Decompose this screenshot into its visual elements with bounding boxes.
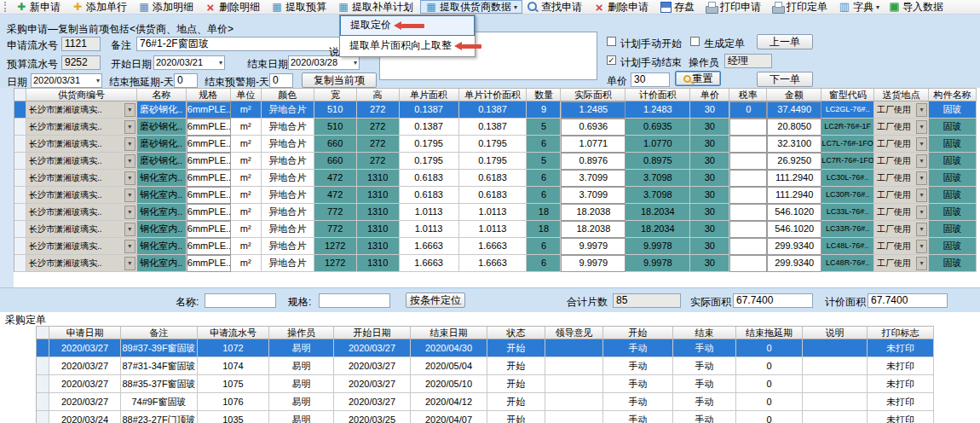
actual-area-cell[interactable]: 3.7099	[561, 187, 625, 204]
col-operator[interactable]: 操作员	[269, 327, 334, 339]
date-select[interactable]: 2020/03/31▾	[31, 73, 102, 88]
piece-area-cell[interactable]: 0.1795	[400, 136, 459, 153]
supplier-cell[interactable]: 长沙市潇湘玻璃实.. ▾	[26, 170, 137, 187]
col-print-flag[interactable]: 打印标志	[868, 327, 934, 339]
piece-price-area-cell[interactable]: 0.1387	[459, 119, 527, 136]
width-cell[interactable]: 472	[314, 187, 357, 204]
component-cell[interactable]: 固玻	[929, 221, 977, 238]
qty-cell[interactable]: 6	[527, 238, 561, 255]
window-code-cell[interactable]: LC30L-76#..	[821, 170, 874, 187]
table-row[interactable]: 长沙市潇湘玻璃实.. ▾ 磨砂钢化.. 6mmPLE.. m² 异地合片 510…	[14, 119, 977, 136]
manual-start-checkbox[interactable]	[607, 37, 616, 46]
unit-cell[interactable]: m²	[231, 204, 262, 221]
name-cell[interactable]: 磨砂钢化..	[137, 153, 187, 170]
unit-price-cell[interactable]: 30	[690, 101, 729, 119]
delivery-cell[interactable]: 工厂使用 ▾	[874, 238, 929, 255]
chevron-down-icon[interactable]: ▾	[916, 206, 927, 219]
col-piece-area[interactable]: 单片面积	[400, 89, 459, 101]
order-row[interactable]: 2020/03/27 89#37-39F窗固玻 1072 易明 2020/03/…	[37, 339, 934, 357]
component-cell[interactable]: 固玻	[929, 204, 977, 221]
operator-cell[interactable]: 易明	[269, 375, 334, 393]
qty-cell[interactable]: 6	[527, 136, 561, 153]
color-cell[interactable]: 异地合片	[262, 170, 314, 187]
tax-rate-cell[interactable]	[729, 255, 767, 272]
toolbar-button[interactable]: 打印定单	[768, 0, 834, 14]
window-code-cell[interactable]: LC33L-76#..	[821, 204, 874, 221]
name-filter-input[interactable]	[205, 293, 276, 308]
end-mode-cell[interactable]: 手动	[673, 339, 736, 357]
start-mode-cell[interactable]: 手动	[603, 393, 673, 411]
piece-price-area-cell[interactable]: 0.6183	[459, 187, 527, 204]
chevron-down-icon[interactable]: ▾	[124, 171, 135, 185]
supplier-cell[interactable]: 长沙市潇湘玻璃实.. ▾	[26, 153, 137, 170]
end-delay-cell[interactable]: 0	[736, 357, 803, 375]
actual-area-cell[interactable]: 1.2485	[561, 101, 625, 119]
end-mode-cell[interactable]: 手动	[673, 393, 736, 411]
print-flag-cell[interactable]: 未打印	[868, 339, 934, 357]
col-end-date[interactable]: 结束日期	[411, 327, 487, 339]
width-cell[interactable]: 1272	[314, 255, 357, 272]
leader-opinion-cell[interactable]	[545, 393, 603, 411]
height-cell[interactable]: 272	[357, 153, 400, 170]
price-area-cell[interactable]: 9.9978	[625, 255, 690, 272]
note-cell[interactable]	[803, 357, 868, 375]
actual-area-cell[interactable]: 9.9979	[561, 255, 625, 272]
tax-rate-cell[interactable]	[729, 119, 767, 136]
qty-cell[interactable]: 9	[527, 101, 561, 119]
status-cell[interactable]: 开始	[487, 375, 545, 393]
chevron-down-icon[interactable]: ▾	[916, 120, 927, 134]
price-area-cell[interactable]: 3.7098	[625, 170, 690, 187]
delivery-cell[interactable]: 工厂使用 ▾	[874, 101, 929, 119]
supplier-cell[interactable]: 长沙市潇湘玻璃实.. ▾	[26, 204, 137, 221]
end-delay-cell[interactable]: 0	[736, 411, 803, 423]
status-cell[interactable]: 开始	[487, 393, 545, 411]
leader-opinion-cell[interactable]	[545, 411, 603, 423]
table-row[interactable]: 长沙市潇湘玻璃实.. ▾ 钢化室内.. 6mmPLE.. m² 异地合片 772…	[14, 204, 977, 221]
serial-cell[interactable]: 1075	[198, 375, 269, 393]
col-piece-price-area[interactable]: 单片计价面积	[459, 89, 527, 101]
color-cell[interactable]: 异地合片	[262, 238, 314, 255]
serial-cell[interactable]: 1072	[198, 339, 269, 357]
copy-current-button[interactable]: 复制当前项	[302, 72, 377, 88]
supplier-cell[interactable]: 长沙市潇湘玻璃实.. ▾	[26, 101, 137, 119]
chevron-down-icon[interactable]: ▾	[124, 137, 135, 151]
tax-rate-cell[interactable]	[729, 136, 767, 153]
toolbar-button[interactable]: 删除明细	[200, 0, 267, 14]
height-cell[interactable]: 1310	[357, 170, 400, 187]
spec-cell[interactable]: 6mmPLE..	[187, 187, 231, 204]
actual-area-cell[interactable]: 0.6936	[561, 119, 625, 136]
col-end-mode[interactable]: 结束	[673, 327, 736, 339]
qty-cell[interactable]: 5	[527, 119, 561, 136]
spec-cell[interactable]: 6mmPLE..	[187, 204, 231, 221]
delivery-cell[interactable]: 工厂使用 ▾	[874, 153, 929, 170]
col-color[interactable]: 颜色	[262, 89, 314, 101]
unit-cell[interactable]: m²	[231, 153, 262, 170]
width-cell[interactable]: 772	[314, 204, 357, 221]
qty-cell[interactable]: 6	[527, 170, 561, 187]
component-cell[interactable]: 固玻	[929, 153, 977, 170]
unit-price-cell[interactable]: 30	[690, 170, 729, 187]
tax-rate-cell[interactable]	[729, 204, 767, 221]
window-code-cell[interactable]: LC2R-76#-1F	[821, 119, 874, 136]
end-mode-cell[interactable]: 手动	[673, 411, 736, 423]
col-serial[interactable]: 申请流水号	[198, 327, 269, 339]
chevron-down-icon[interactable]: ▾	[124, 103, 135, 117]
price-area-cell[interactable]: 18.2034	[625, 221, 690, 238]
actual-area-cell[interactable]: 1.0771	[561, 136, 625, 153]
chevron-down-icon[interactable]: ▾	[916, 188, 927, 202]
col-amount[interactable]: 金额	[767, 89, 821, 101]
manual-end-checkbox[interactable]	[607, 55, 616, 65]
chevron-down-icon[interactable]: ▾	[124, 206, 135, 219]
end-mode-cell[interactable]: 手动	[673, 375, 736, 393]
note-cell[interactable]	[803, 339, 868, 357]
unit-price-cell[interactable]: 30	[690, 153, 729, 170]
price-area-cell[interactable]: 0.6935	[625, 119, 690, 136]
start-mode-cell[interactable]: 手动	[603, 339, 673, 357]
prev-order-button[interactable]: 上一单	[757, 34, 813, 49]
menu-item[interactable]: 提取定价	[340, 15, 475, 36]
color-cell[interactable]: 异地合片	[262, 204, 314, 221]
amount-cell[interactable]: 20.8050	[767, 119, 821, 136]
toolbar-button[interactable]: 新申请	[11, 0, 67, 14]
unit-price-cell[interactable]: 30	[690, 187, 729, 204]
chevron-down-icon[interactable]: ▾	[916, 223, 927, 236]
